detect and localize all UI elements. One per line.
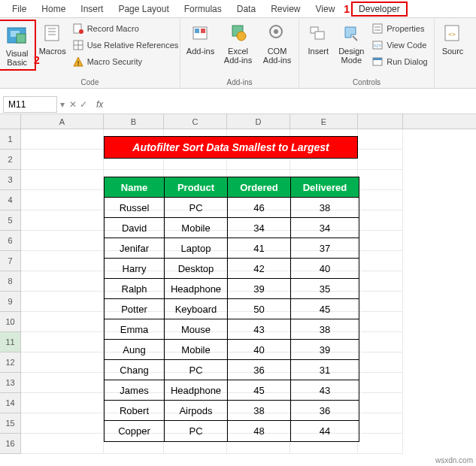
cell[interactable] [358, 251, 403, 271]
tab-review[interactable]: Review [263, 2, 308, 17]
table-cell[interactable]: 36 [228, 360, 291, 380]
table-cell[interactable]: 34 [228, 218, 291, 238]
table-cell[interactable]: 45 [291, 299, 359, 319]
cell[interactable] [21, 210, 104, 231]
tab-file[interactable]: File [5, 2, 34, 17]
col-A[interactable]: A [21, 114, 104, 129]
row-header[interactable]: 15 [0, 413, 21, 434]
table-cell[interactable]: Mobile [165, 218, 228, 238]
tab-view[interactable]: View [308, 2, 343, 17]
cell[interactable] [358, 210, 403, 231]
row-header[interactable]: 12 [0, 353, 21, 373]
table-cell[interactable]: PC [165, 198, 228, 218]
table-cell[interactable]: Chang [105, 360, 165, 380]
cell[interactable] [358, 353, 403, 373]
row-header[interactable]: 5 [0, 210, 21, 231]
formula-input[interactable] [108, 96, 476, 113]
table-cell[interactable]: 31 [291, 360, 359, 380]
col-C[interactable]: C [164, 114, 227, 129]
row-header[interactable]: 3 [0, 170, 21, 190]
cell[interactable] [21, 434, 104, 454]
table-cell[interactable]: PC [165, 421, 228, 441]
fx-label[interactable]: fx [92, 99, 108, 110]
table-cell[interactable]: Jenifar [105, 238, 165, 259]
table-cell[interactable]: Airpods [165, 401, 228, 421]
table-cell[interactable]: David [105, 218, 165, 238]
cell[interactable] [358, 413, 403, 434]
table-cell[interactable]: 39 [291, 340, 359, 360]
table-cell[interactable]: 46 [228, 198, 291, 218]
row-header[interactable]: 2 [0, 150, 21, 170]
table-cell[interactable]: Keyboard [165, 299, 228, 319]
row-header[interactable]: 11 [0, 332, 21, 353]
enter-icon[interactable]: ✓ [80, 99, 87, 110]
th-product[interactable]: Product [165, 177, 228, 198]
table-cell[interactable]: 50 [228, 299, 291, 319]
table-cell[interactable]: Robert [105, 401, 165, 421]
cell[interactable] [21, 292, 104, 312]
cell[interactable] [358, 332, 403, 353]
cell[interactable] [358, 129, 403, 150]
com-addins-button[interactable]: COM Add-ins [258, 20, 297, 66]
cell[interactable] [21, 170, 104, 190]
table-cell[interactable]: Russel [105, 198, 165, 218]
relative-refs-button[interactable]: Use Relative References [72, 38, 179, 53]
source-button[interactable]: <> Sourc [438, 20, 468, 57]
name-box[interactable] [3, 96, 57, 113]
cell[interactable] [358, 434, 403, 454]
tab-pagelayout[interactable]: Page Layout [111, 2, 176, 17]
row-header[interactable]: 10 [0, 312, 21, 332]
cell[interactable] [21, 312, 104, 332]
cancel-icon[interactable]: ✕ [69, 99, 77, 110]
row-header[interactable]: 9 [0, 292, 21, 312]
table-cell[interactable]: 42 [228, 259, 291, 279]
table-cell[interactable]: Emma [105, 319, 165, 340]
macro-security-button[interactable]: ! Macro Security [72, 54, 179, 69]
th-name[interactable]: Name [105, 177, 165, 198]
col-D[interactable]: D [227, 114, 290, 129]
table-cell[interactable]: 41 [228, 238, 291, 259]
table-cell[interactable]: 37 [291, 238, 359, 259]
table-cell[interactable]: 38 [291, 198, 359, 218]
table-cell[interactable]: Harry [105, 259, 165, 279]
table-cell[interactable]: 43 [228, 319, 291, 340]
col-E[interactable]: E [290, 114, 358, 129]
table-cell[interactable]: 48 [228, 421, 291, 441]
table-cell[interactable]: 38 [228, 401, 291, 421]
cell[interactable] [21, 231, 104, 251]
row-header[interactable]: 4 [0, 190, 21, 210]
cell[interactable] [21, 332, 104, 353]
row-header[interactable]: 8 [0, 271, 21, 292]
table-cell[interactable]: 38 [291, 319, 359, 340]
row-header[interactable]: 1 [0, 129, 21, 150]
cell[interactable] [21, 353, 104, 373]
table-cell[interactable]: PC [165, 360, 228, 380]
cell[interactable] [358, 312, 403, 332]
tab-data[interactable]: Data [229, 2, 263, 17]
visual-basic-button[interactable]: Visual Basic [1, 22, 34, 68]
cell[interactable] [21, 271, 104, 292]
table-cell[interactable]: 43 [291, 380, 359, 401]
table-cell[interactable]: 34 [291, 218, 359, 238]
table-cell[interactable]: 40 [291, 259, 359, 279]
run-dialog-button[interactable]: Run Dialog [371, 54, 427, 69]
design-mode-button[interactable]: Design Mode [334, 20, 368, 66]
cell[interactable] [21, 129, 104, 150]
table-cell[interactable]: Headphone [165, 380, 228, 401]
table-cell[interactable]: 44 [291, 421, 359, 441]
col-F[interactable] [358, 114, 403, 129]
table-cell[interactable]: 35 [291, 279, 359, 299]
cell[interactable] [21, 373, 104, 393]
cell[interactable] [21, 190, 104, 210]
table-cell[interactable]: Potter [105, 299, 165, 319]
insert-control-button[interactable]: Insert [302, 20, 334, 57]
cell[interactable] [358, 231, 403, 251]
table-cell[interactable]: Headphone [165, 279, 228, 299]
table-cell[interactable]: 39 [228, 279, 291, 299]
cell[interactable] [21, 393, 104, 413]
tab-formulas[interactable]: Formulas [177, 2, 229, 17]
properties-button[interactable]: Properties [371, 21, 427, 36]
excel-addins-button[interactable]: Excel Add-ins [219, 20, 258, 66]
cell[interactable] [21, 251, 104, 271]
cell[interactable] [358, 170, 403, 190]
